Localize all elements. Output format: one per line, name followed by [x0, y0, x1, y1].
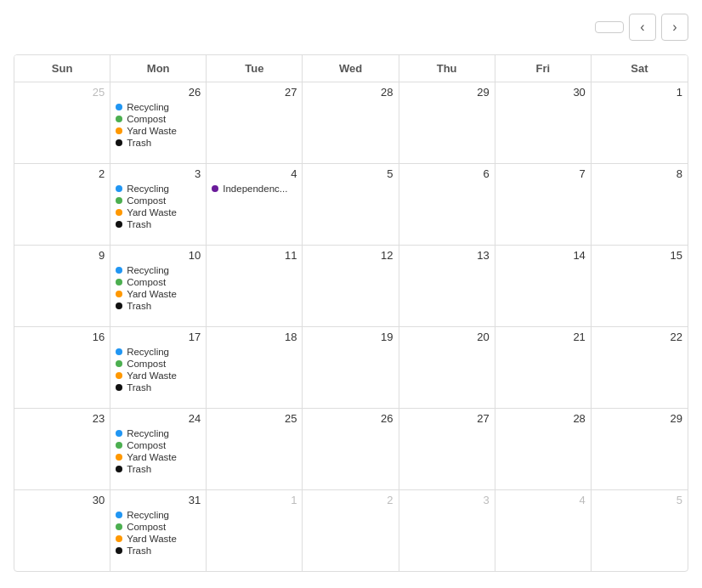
day-cell: 9 [14, 246, 110, 326]
day-number: 5 [308, 167, 393, 180]
calendar-wrapper: ‹ › SunMonTueWedThuFriSat 2526RecyclingC… [0, 0, 702, 585]
day-number: 2 [20, 167, 105, 180]
day-cell: 1 [207, 490, 303, 571]
event-item[interactable]: Yard Waste [116, 289, 201, 299]
event-item[interactable]: Trash [116, 138, 201, 148]
event-item[interactable]: Compost [116, 522, 201, 532]
event-label: Independenc... [223, 184, 287, 194]
blue-dot-icon [116, 185, 122, 192]
blue-dot-icon [116, 348, 122, 355]
day-number: 6 [405, 167, 490, 180]
day-number: 23 [20, 412, 105, 425]
calendar-body: 2526RecyclingCompostYard WasteTrash27282… [14, 82, 688, 571]
event-label: Recycling [127, 510, 169, 520]
day-number: 21 [501, 331, 586, 343]
day-cell: 5 [592, 490, 688, 571]
event-label: Yard Waste [127, 126, 177, 136]
day-cell: 27 [399, 409, 495, 489]
day-number: 7 [501, 167, 586, 180]
next-button[interactable]: › [661, 14, 688, 41]
calendar-header: ‹ › [14, 14, 688, 41]
event-item[interactable]: Yard Waste [116, 452, 201, 462]
day-number: 28 [308, 86, 393, 99]
today-button[interactable] [595, 21, 624, 33]
day-cell: 3RecyclingCompostYard WasteTrash [110, 164, 207, 245]
event-item[interactable]: Trash [116, 464, 201, 474]
day-cell: 3 [399, 490, 495, 571]
event-item[interactable]: Recycling [116, 428, 201, 438]
today-indicator: 16 [93, 331, 105, 343]
calendar-nav: ‹ › [595, 14, 688, 41]
week-row: 1617RecyclingCompostYard WasteTrash18192… [14, 327, 688, 409]
event-item[interactable]: Trash [116, 301, 201, 311]
event-item[interactable]: Recycling [116, 265, 201, 275]
event-item[interactable]: Compost [116, 440, 201, 450]
orange-dot-icon [116, 535, 122, 542]
day-cell: 26RecyclingCompostYard WasteTrash [110, 82, 207, 163]
day-number: 25 [20, 86, 105, 99]
day-number: 27 [405, 412, 490, 425]
event-label: Yard Waste [127, 452, 177, 462]
blue-dot-icon [116, 512, 122, 518]
day-cell: 20 [399, 327, 495, 408]
day-number: 25 [212, 412, 297, 425]
day-cell: 5 [303, 164, 399, 245]
day-header-sun: Sun [14, 55, 110, 82]
week-row: 910RecyclingCompostYard WasteTrash111213… [14, 246, 688, 327]
event-list: Independenc... [212, 184, 297, 194]
event-list: RecyclingCompostYard WasteTrash [116, 347, 201, 393]
day-cell: 31RecyclingCompostYard WasteTrash [110, 490, 207, 571]
event-label: Recycling [127, 184, 169, 194]
day-cell: 2 [14, 164, 110, 245]
day-cell: 4Independenc... [207, 164, 303, 245]
event-label: Compost [127, 440, 166, 450]
orange-dot-icon [116, 127, 122, 134]
orange-dot-icon [116, 454, 122, 461]
day-cell: 29 [399, 82, 495, 163]
purple-dot-icon [212, 185, 218, 192]
event-list: RecyclingCompostYard WasteTrash [116, 265, 201, 311]
green-dot-icon [116, 279, 122, 286]
event-item[interactable]: Trash [116, 382, 201, 393]
day-cell: 12 [303, 246, 399, 326]
event-item[interactable]: Yard Waste [116, 126, 201, 136]
prev-button[interactable]: ‹ [629, 14, 656, 41]
day-cell: 13 [399, 246, 495, 326]
event-label: Yard Waste [127, 289, 177, 299]
event-label: Yard Waste [127, 207, 177, 218]
event-item[interactable]: Recycling [116, 347, 201, 357]
day-number: 4 [501, 494, 586, 506]
event-item[interactable]: Trash [116, 546, 201, 556]
event-item[interactable]: Compost [116, 195, 201, 206]
event-item[interactable]: Compost [116, 277, 201, 287]
event-label: Compost [127, 195, 166, 206]
day-cell: 15 [592, 246, 688, 326]
event-item[interactable]: Compost [116, 359, 201, 369]
black-dot-icon [116, 547, 122, 554]
day-header-mon: Mon [110, 55, 207, 82]
day-cell: 11 [207, 246, 303, 326]
day-number: 24 [116, 412, 201, 425]
event-label: Trash [127, 464, 151, 474]
day-number: 27 [212, 86, 297, 99]
event-item[interactable]: Recycling [116, 102, 201, 112]
event-item[interactable]: Recycling [116, 510, 201, 520]
orange-dot-icon [116, 291, 122, 297]
event-item[interactable]: Yard Waste [116, 534, 201, 544]
day-cell: 14 [495, 246, 592, 326]
day-cell: 28 [495, 409, 592, 489]
day-number: 20 [405, 331, 490, 343]
day-cell: 27 [207, 82, 303, 163]
event-item[interactable]: Recycling [116, 184, 201, 194]
event-item[interactable]: Independenc... [212, 184, 297, 194]
day-number: 2 [308, 494, 393, 506]
event-label: Trash [127, 138, 151, 148]
day-headers-row: SunMonTueWedThuFriSat [14, 55, 688, 82]
green-dot-icon [116, 197, 122, 204]
day-header-wed: Wed [303, 55, 399, 82]
event-item[interactable]: Compost [116, 114, 201, 124]
day-cell: 2 [303, 490, 399, 571]
event-item[interactable]: Trash [116, 219, 201, 229]
event-item[interactable]: Yard Waste [116, 207, 201, 218]
event-item[interactable]: Yard Waste [116, 370, 201, 381]
